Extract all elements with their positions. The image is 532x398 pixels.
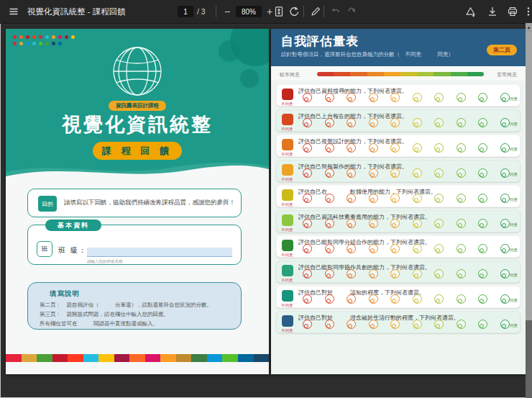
rating-radio[interactable] — [478, 168, 487, 178]
rating-radio[interactable] — [369, 244, 378, 253]
rating-radio[interactable] — [457, 194, 466, 203]
class-input[interactable] — [87, 248, 232, 257]
rating-radio[interactable] — [303, 269, 312, 279]
rating-radio[interactable] — [434, 269, 444, 279]
rating-radio[interactable] — [347, 294, 356, 304]
rating-radio[interactable] — [325, 219, 334, 228]
rating-radio[interactable] — [500, 320, 510, 329]
menu-icon[interactable] — [7, 5, 20, 18]
rating-radio[interactable] — [434, 244, 444, 253]
rating-radio[interactable] — [325, 320, 334, 329]
rating-radio[interactable] — [325, 244, 334, 253]
rating-radio[interactable] — [303, 194, 312, 203]
download-icon[interactable] — [486, 5, 499, 18]
rating-radio[interactable] — [500, 118, 510, 127]
rating-radio[interactable] — [500, 219, 510, 228]
rating-radio[interactable] — [325, 194, 334, 203]
rating-radio[interactable] — [413, 320, 422, 329]
save-to-drive-icon[interactable] — [464, 5, 477, 18]
rating-radio[interactable] — [303, 320, 312, 329]
rating-radio[interactable] — [303, 219, 312, 228]
rating-radio[interactable] — [457, 143, 466, 153]
rating-radio[interactable] — [303, 93, 312, 102]
page-two-pill[interactable]: 第二頁 — [487, 45, 517, 55]
page-number-input[interactable]: 1 — [178, 6, 193, 17]
rating-radio[interactable] — [390, 219, 400, 228]
rating-radio[interactable] — [478, 294, 487, 304]
rating-radio[interactable] — [390, 294, 400, 304]
rating-radio[interactable] — [457, 219, 466, 228]
rating-radio[interactable] — [369, 93, 378, 102]
rating-radio[interactable] — [500, 294, 510, 304]
rating-radio[interactable] — [478, 244, 487, 253]
rating-radio[interactable] — [347, 93, 356, 102]
scrollbar[interactable]: ▲ — [526, 23, 532, 398]
rating-radio[interactable] — [478, 320, 487, 329]
rating-radio[interactable] — [457, 118, 466, 127]
rating-radio[interactable] — [457, 168, 466, 178]
rating-radio[interactable] — [500, 269, 510, 279]
rating-radio[interactable] — [347, 194, 356, 203]
rating-radio[interactable] — [390, 194, 400, 203]
rating-radio[interactable] — [434, 93, 444, 102]
rating-radio[interactable] — [390, 118, 400, 127]
rating-radio[interactable] — [369, 118, 378, 127]
rating-radio[interactable] — [434, 219, 444, 228]
rating-radio[interactable] — [457, 244, 466, 253]
rating-radio[interactable] — [413, 269, 422, 279]
rating-radio[interactable] — [500, 168, 510, 178]
rating-radio[interactable] — [369, 143, 378, 153]
rating-radio[interactable] — [478, 194, 487, 203]
rating-radio[interactable] — [303, 143, 312, 153]
rating-radio[interactable] — [347, 320, 356, 329]
scrollbar-thumb[interactable] — [526, 32, 532, 320]
rating-radio[interactable] — [434, 168, 444, 178]
rating-radio[interactable] — [347, 168, 356, 178]
rating-radio[interactable] — [478, 93, 487, 102]
rating-radio[interactable] — [347, 118, 356, 127]
rating-radio[interactable] — [457, 320, 466, 329]
rating-radio[interactable] — [413, 168, 422, 178]
rating-radio[interactable] — [325, 269, 334, 279]
rating-radio[interactable] — [369, 294, 378, 304]
rating-radio[interactable] — [369, 269, 378, 279]
zoom-out-button[interactable]: − — [221, 5, 234, 18]
rating-radio[interactable] — [390, 244, 400, 253]
rating-radio[interactable] — [413, 118, 422, 127]
rating-radio[interactable] — [303, 118, 312, 127]
rating-radio[interactable] — [303, 294, 312, 304]
undo-icon[interactable] — [329, 5, 342, 18]
redo-icon[interactable] — [345, 5, 358, 18]
rating-radio[interactable] — [347, 143, 356, 153]
rating-radio[interactable] — [325, 118, 334, 127]
more-options-icon[interactable] — [522, 5, 532, 18]
rating-radio[interactable] — [478, 269, 487, 279]
rating-radio[interactable] — [434, 143, 444, 153]
rating-radio[interactable] — [478, 219, 487, 228]
rating-radio[interactable] — [413, 194, 422, 203]
rating-radio[interactable] — [347, 269, 356, 279]
rating-radio[interactable] — [325, 294, 334, 304]
rating-radio[interactable] — [303, 168, 312, 178]
rating-radio[interactable] — [413, 294, 422, 304]
annotate-pen-icon[interactable] — [309, 5, 322, 18]
rating-radio[interactable] — [369, 194, 378, 203]
rating-radio[interactable] — [347, 244, 356, 253]
rating-radio[interactable] — [369, 219, 378, 228]
rating-radio[interactable] — [369, 168, 378, 178]
rating-radio[interactable] — [457, 269, 466, 279]
rating-radio[interactable] — [457, 294, 466, 304]
rating-radio[interactable] — [434, 294, 444, 304]
rating-radio[interactable] — [500, 194, 510, 203]
rating-radio[interactable] — [413, 93, 422, 102]
rating-radio[interactable] — [390, 320, 400, 329]
rating-radio[interactable] — [390, 168, 400, 178]
rating-radio[interactable] — [500, 143, 510, 153]
rating-radio[interactable] — [478, 143, 487, 153]
scroll-up-arrow[interactable]: ▲ — [526, 23, 532, 32]
rating-radio[interactable] — [325, 143, 334, 153]
rating-radio[interactable] — [390, 93, 400, 102]
rating-radio[interactable] — [413, 143, 422, 153]
rating-radio[interactable] — [325, 93, 334, 102]
rating-radio[interactable] — [390, 143, 400, 153]
